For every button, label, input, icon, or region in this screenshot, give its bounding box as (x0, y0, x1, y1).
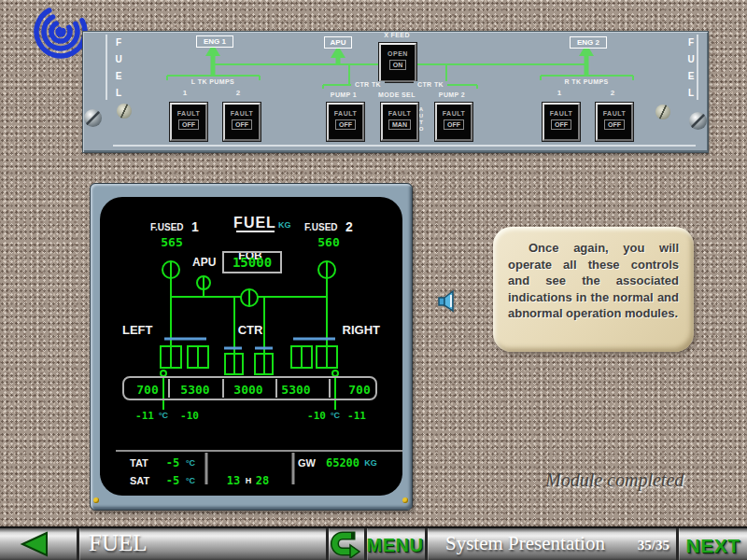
cbt-screen: { "overhead_panel": { "side_letters": ["… (0, 0, 747, 560)
time-minutes: 28 (256, 474, 269, 487)
back-arrow-icon (22, 533, 47, 555)
navbar-divider (77, 528, 79, 560)
time-separator: H (246, 476, 252, 485)
f-used-1-value: 565 (161, 235, 182, 249)
tat-label: TAT (130, 457, 148, 469)
navigation-bar: FUEL MENU System Presentation 35/35 NEXT (0, 526, 747, 560)
back-button[interactable] (0, 528, 77, 560)
ctr-pump1-switch[interactable]: FAULT OFF (327, 103, 364, 141)
panel-left-fuel-label: F U E L (112, 35, 125, 102)
bezel-screw-icon (402, 497, 408, 503)
panel-right-fuel-label: F U E L (684, 35, 698, 102)
screw-icon (655, 105, 670, 119)
qty-left-outer: 700 (136, 383, 159, 397)
tat-value: -5 (166, 456, 179, 469)
repeat-arrow-icon (335, 536, 360, 558)
xfeed-switch[interactable]: OPEN ON (379, 43, 416, 82)
xfeed-action: ON (389, 60, 407, 70)
ctr-tank-label: CTR (238, 323, 263, 337)
temp-left-unit: °C (159, 411, 169, 420)
xfeed-label: X FEED (376, 32, 417, 38)
tat-unit: °C (186, 458, 196, 468)
screw-icon (689, 112, 707, 130)
bezel-screw-icon (93, 497, 99, 503)
qty-left-inner: 5300 (180, 383, 209, 397)
sat-value: -5 (166, 474, 179, 487)
ecam-title: FUEL (233, 215, 276, 231)
eng1-placard: ENG 1 (196, 35, 233, 48)
screw-icon (84, 109, 102, 127)
l-tk-pump2-switch[interactable]: FAULT OFF (223, 103, 261, 141)
speaker-icon[interactable] (435, 287, 461, 314)
l-pump-1-num: 1 (179, 89, 190, 97)
temp-left-inner: -10 (180, 410, 199, 422)
auto-label: A U T O (417, 106, 425, 133)
f-used-2-label: F.USED (304, 222, 338, 232)
qty-center: 3000 (233, 383, 262, 397)
qty-right-inner: 5300 (281, 383, 310, 397)
ecam-apu-label: APU (192, 256, 216, 269)
ecam-display-unit: FUEL KG F.USED 1 565 F.USED 2 560 FOB 15… (90, 183, 413, 511)
temp-right-outer: -11 (347, 410, 366, 422)
fob-value: 15000 (233, 255, 272, 270)
l-pump-2-num: 2 (233, 89, 244, 97)
ctr-pump1-label: PUMP 1 (318, 91, 369, 98)
l-tk-pumps-label: L TK PUMPS (171, 78, 255, 85)
next-button[interactable]: NEXT (679, 535, 747, 557)
f-used-1-num: 1 (191, 219, 199, 234)
right-tank-label: RIGHT (343, 323, 381, 337)
ecam-unit: KG (278, 220, 291, 230)
ctr-pump2-label: PUMP 2 (427, 91, 477, 98)
navbar-divider (425, 528, 428, 560)
temp-left-outer: -11 (135, 410, 154, 422)
r-pump-2-num: 2 (607, 89, 618, 97)
left-tank-label: LEFT (122, 323, 153, 337)
ctr-tk-left-label: CTR TK (351, 81, 385, 88)
mode-sel-switch[interactable]: FAULT MAN (381, 103, 418, 141)
r-tk-pumps-label: R TK PUMPS (544, 78, 628, 85)
r-pump-1-num: 1 (554, 89, 565, 97)
f-used-2-value: 560 (317, 235, 340, 249)
sat-unit: °C (186, 476, 196, 485)
gw-label: GW (298, 457, 317, 469)
r-tk-pump1-switch[interactable]: FAULT OFF (543, 103, 580, 141)
ctr-pump2-switch[interactable]: FAULT OFF (435, 103, 472, 141)
gw-value: 65200 (326, 456, 359, 469)
screw-icon (117, 104, 132, 119)
module-status-text: Module completed (545, 469, 684, 491)
l-tk-pump1-switch[interactable]: FAULT OFF (170, 103, 207, 141)
ctr-tk-right-label: CTR TK (414, 81, 447, 88)
instruction-callout: Once again, you will operate all these c… (493, 227, 694, 352)
mode-sel-label: MODE SEL (371, 91, 423, 98)
gw-unit: KG (364, 458, 377, 468)
section-title: FUEL (89, 530, 148, 556)
xfeed-status: OPEN (388, 50, 408, 57)
f-used-1-label: F.USED (150, 222, 184, 232)
apu-placard: APU (324, 36, 352, 49)
page-counter: 35/35 (612, 538, 669, 553)
presentation-title: System Presentation (445, 532, 605, 555)
menu-button[interactable]: MENU (366, 535, 424, 556)
eng2-placard: ENG 2 (570, 36, 607, 49)
ecam-fuel-page: FUEL KG F.USED 1 565 F.USED 2 560 FOB 15… (100, 197, 402, 496)
time-hours: 13 (227, 474, 240, 487)
sat-label: SAT (130, 475, 149, 486)
repeat-button[interactable] (329, 530, 363, 558)
fuel-overhead-panel: F U E L F U E L ENG 1 APU ENG 2 X FEED O… (82, 31, 709, 153)
r-tk-pump2-switch[interactable]: FAULT OFF (596, 103, 633, 141)
temp-right-unit: °C (331, 411, 341, 420)
temp-right-inner: -10 (307, 410, 326, 422)
f-used-2-num: 2 (345, 219, 353, 234)
qty-right-outer: 700 (348, 383, 371, 397)
